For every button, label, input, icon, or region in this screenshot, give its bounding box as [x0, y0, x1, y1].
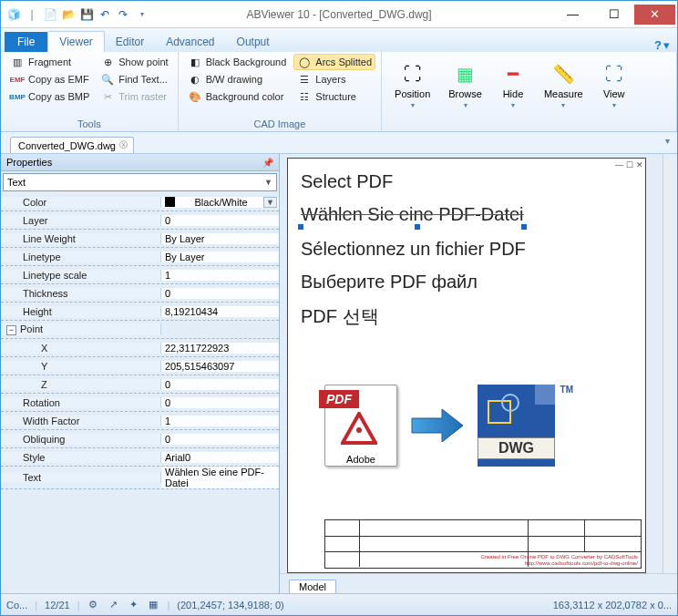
- target-icon: ⊕: [100, 55, 115, 69]
- browse-icon: ▦: [453, 61, 478, 87]
- measure-button[interactable]: 📏Measure▾: [537, 54, 591, 117]
- bw-drawing-button[interactable]: ◐B/W drawing: [184, 71, 291, 87]
- quick-access-toolbar: 🧊 | 📄 📂 💾 ↶ ↷: [6, 7, 149, 22]
- undo-icon[interactable]: ↶: [98, 7, 112, 22]
- property-row[interactable]: Y205,515463097: [1, 357, 279, 375]
- emf-icon: EMF: [10, 72, 25, 87]
- bmp-icon: BMP: [10, 89, 25, 104]
- arrow-icon: [410, 407, 465, 444]
- position-button[interactable]: ⛶Position▾: [387, 54, 437, 117]
- drawing-canvas[interactable]: —☐✕ Select PDF Wählen Sie eine PDF-Datei…: [287, 158, 646, 573]
- credit-text: Created in Free Online PDF to DWG Conver…: [481, 554, 638, 567]
- property-row[interactable]: Thickness0: [1, 284, 279, 303]
- close-tab-icon[interactable]: ⓧ: [119, 139, 128, 151]
- property-row[interactable]: LinetypeBy Layer: [1, 248, 279, 266]
- tab-output[interactable]: Output: [226, 32, 281, 52]
- browse-button[interactable]: ▦Browse▾: [441, 54, 489, 117]
- document-tab[interactable]: Converted_DWG.dwg ⓧ: [10, 137, 134, 153]
- find-text-button[interactable]: 🔍Find Text...: [97, 71, 171, 87]
- file-menu[interactable]: File: [5, 32, 47, 52]
- maximize-button[interactable]: ☐: [593, 5, 634, 25]
- vertical-scrollbar[interactable]: [663, 154, 677, 573]
- canvas-text-2-selected[interactable]: Wählen Sie eine PDF-Datei: [301, 204, 524, 225]
- hide-icon: ━: [500, 61, 526, 87]
- new-icon[interactable]: 📄: [43, 7, 57, 22]
- sb-icon-2[interactable]: ↗: [107, 599, 119, 611]
- properties-grid: ColorBlack/White▼Layer0Line WeightBy Lay…: [1, 193, 279, 593]
- property-row[interactable]: Line WeightBy Layer: [1, 230, 279, 248]
- measure-icon: 📏: [550, 61, 576, 87]
- qat-dropdown[interactable]: [134, 7, 149, 22]
- tab-editor[interactable]: Editor: [105, 32, 155, 52]
- status-left1: Co...: [6, 600, 27, 611]
- structure-button[interactable]: ☷Structure: [293, 88, 375, 105]
- arcs-splitted-button[interactable]: ◯Arcs Splitted: [293, 54, 375, 70]
- view-button[interactable]: ⛶View▾: [594, 54, 634, 117]
- minimize-button[interactable]: —: [552, 5, 593, 25]
- canvas-text-4: Выберите PDF файл: [301, 272, 478, 293]
- search-icon: 🔍: [100, 72, 115, 87]
- layout-tab-strip: Model: [280, 573, 677, 593]
- black-bg-button[interactable]: ◧Black Background: [184, 54, 291, 70]
- tab-advanced[interactable]: Advanced: [155, 32, 225, 52]
- property-row[interactable]: Linetype scale1: [1, 266, 279, 284]
- view-icon: ⛶: [601, 61, 627, 87]
- property-row[interactable]: −Point: [1, 321, 279, 339]
- pdf-logo: PDF Adobe: [324, 385, 397, 467]
- canvas-text-3: Sélectionnez un fichier PDF: [301, 239, 526, 260]
- bw-icon: ◐: [188, 72, 202, 87]
- arcs-icon: ◯: [297, 55, 312, 69]
- status-counter: 12/21: [45, 600, 70, 611]
- svg-rect-1: [488, 401, 510, 423]
- property-row[interactable]: X22,311722923: [1, 339, 279, 357]
- document-tab-label: Converted_DWG.dwg: [18, 140, 116, 151]
- black-bg-icon: ◧: [188, 55, 202, 69]
- property-row[interactable]: Width Factor1: [1, 412, 279, 430]
- conversion-graphic: PDF Adobe DWG TM: [324, 385, 555, 467]
- fragment-icon: ▥: [10, 55, 25, 69]
- hide-button[interactable]: ━Hide▾: [493, 54, 533, 117]
- trim-icon: ✂: [100, 89, 115, 104]
- layers-button[interactable]: ☰Layers: [293, 71, 375, 87]
- open-icon[interactable]: 📂: [61, 7, 76, 22]
- svg-point-0: [356, 427, 362, 433]
- position-icon: ⛶: [400, 61, 426, 87]
- document-tab-strip: Converted_DWG.dwg ⓧ ▾: [1, 132, 677, 154]
- help-dropdown[interactable]: ?▾: [654, 38, 670, 52]
- structure-icon: ☷: [297, 89, 312, 104]
- object-type-combo[interactable]: Text▼: [3, 173, 277, 191]
- dwg-logo: DWG TM: [478, 385, 555, 467]
- canvas-mini-tools[interactable]: —☐✕: [615, 160, 643, 169]
- sb-icon-3[interactable]: ✦: [127, 599, 139, 611]
- sb-icon-1[interactable]: ⚙: [87, 599, 99, 611]
- tab-viewer[interactable]: Viewer: [47, 31, 104, 52]
- sb-icon-4[interactable]: ▦: [147, 599, 159, 611]
- redo-icon[interactable]: ↷: [116, 7, 130, 22]
- save-icon[interactable]: 💾: [79, 7, 94, 22]
- tabstrip-dropdown[interactable]: ▾: [665, 136, 670, 146]
- ribbon-group-tools-caption: Tools: [6, 117, 172, 131]
- property-row[interactable]: Height8,19210434: [1, 303, 279, 321]
- model-tab[interactable]: Model: [289, 580, 336, 593]
- bg-color-button[interactable]: 🎨Background color: [184, 88, 291, 105]
- status-dimensions: 163,3112 x 202,0782 x 0...: [553, 600, 672, 611]
- property-row[interactable]: Obliquing0: [1, 430, 279, 448]
- property-row[interactable]: StyleArial0: [1, 448, 279, 467]
- bgcolor-icon: 🎨: [188, 89, 202, 104]
- properties-title: Properties: [6, 157, 52, 168]
- property-row[interactable]: ColorBlack/White▼: [1, 193, 279, 211]
- close-button[interactable]: ✕: [634, 5, 675, 25]
- copy-bmp-button[interactable]: BMPCopy as BMP: [6, 88, 93, 105]
- status-coords: (201,2457; 134,9188; 0): [177, 600, 283, 611]
- canvas-text-1: Select PDF: [301, 171, 393, 192]
- fragment-button[interactable]: ▥Fragment: [6, 54, 93, 70]
- copy-emf-button[interactable]: EMFCopy as EMF: [6, 71, 93, 87]
- property-row[interactable]: Rotation0: [1, 394, 279, 412]
- property-row[interactable]: TextWählen Sie eine PDF-Datei: [1, 467, 279, 489]
- property-row[interactable]: Layer0: [1, 211, 279, 230]
- property-row[interactable]: Z0: [1, 375, 279, 394]
- show-point-button[interactable]: ⊕Show point: [97, 54, 171, 70]
- pin-icon[interactable]: 📌: [262, 158, 273, 168]
- menu-bar: File Viewer Editor Advanced Output ?▾: [1, 28, 677, 52]
- app-icon: 🧊: [6, 7, 21, 22]
